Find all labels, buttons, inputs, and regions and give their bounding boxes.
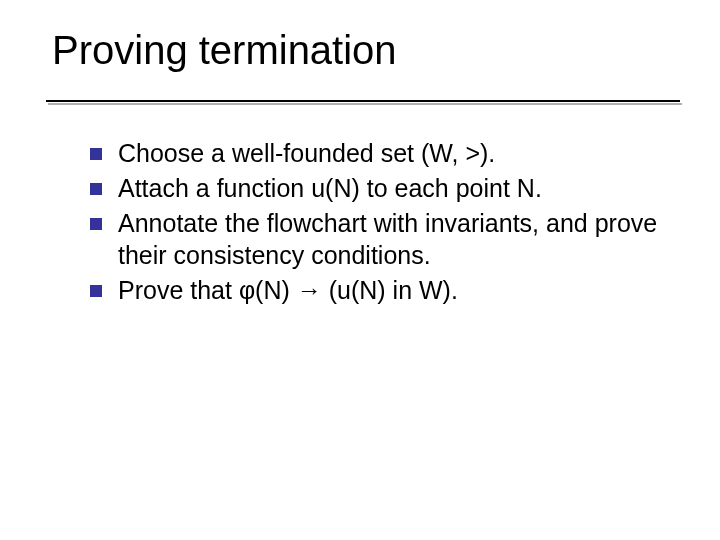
- bullet-text: Prove that φ(N) → (u(N) in W).: [118, 274, 660, 306]
- list-item: Prove that φ(N) → (u(N) in W).: [90, 274, 660, 306]
- square-bullet-icon: [90, 218, 102, 230]
- title-underline-shadow: [48, 103, 682, 105]
- list-item: Annotate the flowchart with invariants, …: [90, 207, 660, 271]
- list-item: Choose a well-founded set (W, >).: [90, 137, 660, 169]
- slide-title: Proving termination: [52, 28, 680, 73]
- bullet-text: Annotate the flowchart with invariants, …: [118, 207, 660, 271]
- slide-container: Proving termination Choose a well-founde…: [0, 0, 720, 540]
- bullet-text: Attach a function u(N) to each point N.: [118, 172, 660, 204]
- bullet-text: Choose a well-founded set (W, >).: [118, 137, 660, 169]
- square-bullet-icon: [90, 285, 102, 297]
- square-bullet-icon: [90, 183, 102, 195]
- slide-body: Choose a well-founded set (W, >). Attach…: [90, 137, 660, 306]
- list-item: Attach a function u(N) to each point N.: [90, 172, 660, 204]
- title-underline: [46, 100, 680, 102]
- square-bullet-icon: [90, 148, 102, 160]
